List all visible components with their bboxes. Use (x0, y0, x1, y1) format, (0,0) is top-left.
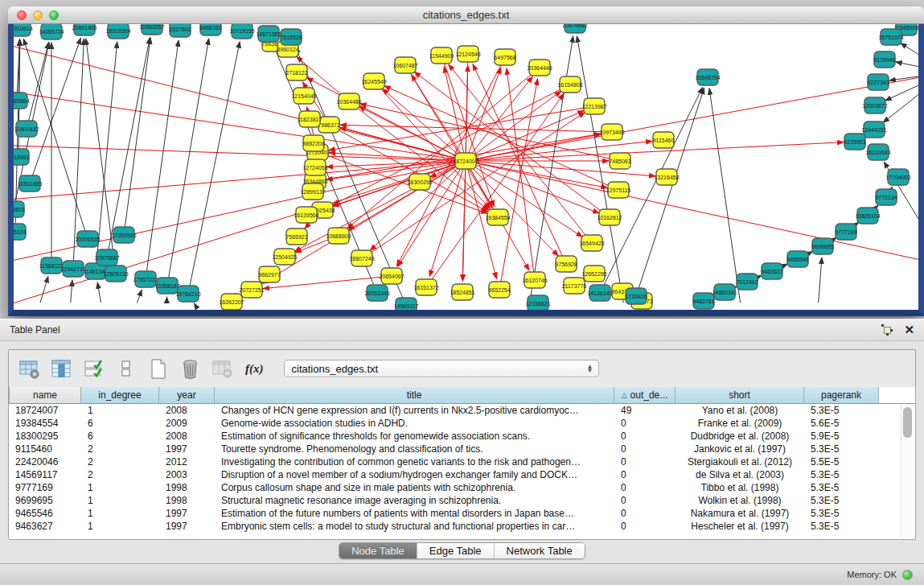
graph-node[interactable]: 19384554 (485, 209, 510, 225)
citation-edge-black[interactable] (169, 39, 209, 278)
table-row[interactable]: 911546021997Tourette syndrome. Phenomeno… (9, 443, 915, 455)
float-panel-icon[interactable] (881, 324, 893, 336)
graph-node[interactable]: 12505135 (103, 266, 128, 282)
graph-node[interactable]: 16262207 (219, 294, 244, 310)
graph-node[interactable]: 9652254 (488, 282, 510, 298)
create-table-icon[interactable] (147, 358, 169, 380)
graph-node[interactable]: 16549423 (579, 235, 604, 251)
graph-node[interactable]: 10364486 (336, 93, 361, 109)
graph-node[interactable]: 6497568 (494, 49, 515, 65)
graph-node[interactable]: 18524851 (450, 284, 474, 300)
network-canvas[interactable]: 1872400712124549649756820364448161548081… (14, 24, 918, 310)
graph-node[interactable]: 23916614 (14, 24, 33, 36)
citation-edge-black[interactable] (32, 38, 80, 175)
citation-edge-red[interactable] (383, 89, 460, 155)
citation-edge-red[interactable] (473, 64, 563, 257)
citation-edge-red[interactable] (14, 163, 458, 263)
graph-node[interactable]: 18807249 (349, 250, 374, 266)
graph-node[interactable]: 12899137 (300, 183, 325, 200)
graph-node[interactable]: 14055724 (39, 24, 64, 39)
graph-node[interactable]: 9318991 (14, 149, 30, 165)
graph-node[interactable]: 7565921 (285, 229, 307, 245)
citation-edge-black[interactable] (40, 276, 48, 303)
graph-node[interactable]: 7485083 (609, 153, 630, 169)
citation-edge-black[interactable] (190, 42, 240, 286)
graph-node[interactable]: 9463627 (761, 263, 782, 279)
citation-edge-red[interactable] (470, 76, 532, 154)
column-header-short[interactable]: short (676, 387, 804, 403)
citation-edge-black[interactable] (146, 40, 179, 271)
graph-node[interactable]: 9115460 (653, 132, 675, 148)
close-panel-icon[interactable]: ✕ (904, 324, 914, 336)
graph-node[interactable]: 8350810 (14, 201, 25, 217)
graph-node[interactable]: 16784210 (175, 286, 200, 302)
graph-node[interactable]: 9215953 (844, 134, 865, 150)
graph-node[interactable]: 2718122 (285, 64, 307, 80)
graph-node[interactable]: 9862977 (258, 266, 280, 282)
graph-node[interactable]: 18916504 (105, 24, 130, 39)
graph-node[interactable]: 16154808 (557, 76, 582, 93)
vertical-scrollbar[interactable] (901, 405, 913, 538)
select-rows-icon[interactable] (83, 358, 105, 380)
graph-node[interactable]: 9482781 (692, 293, 714, 309)
graph-node[interactable]: 14569117 (394, 298, 419, 310)
graph-node[interactable]: 10975887 (94, 249, 119, 266)
column-header-title[interactable]: title (215, 387, 614, 403)
citation-edge-black[interactable] (73, 39, 84, 261)
citation-edge-red[interactable] (263, 277, 384, 289)
graph-node[interactable]: 12124549 (455, 46, 480, 62)
graph-node[interactable]: 17359926 (111, 227, 136, 243)
table-row[interactable]: 977716911998Corpus callosum shape and si… (9, 481, 915, 494)
graph-node[interactable]: 12504925 (272, 249, 297, 265)
graph-node[interactable]: 1527602 (169, 24, 191, 37)
graph-node[interactable]: 20654067 (379, 268, 404, 284)
graph-node[interactable]: 12213987 (581, 98, 606, 114)
graph-node[interactable]: 10719155 (229, 24, 254, 39)
graph-node[interactable]: 20876682 (562, 24, 587, 33)
graph-node[interactable]: 10607487 (392, 57, 417, 73)
graph-node[interactable]: 9227343 (867, 74, 889, 90)
graph-node[interactable]: 13216458 (654, 169, 679, 185)
table-row[interactable]: 946362711997Embryonic stem cells: a mode… (9, 520, 915, 533)
graph-node[interactable]: 12093872 (862, 97, 887, 113)
citation-edge-red[interactable] (14, 162, 458, 200)
graph-node[interactable]: 12158621 (525, 295, 550, 310)
column-header-pagerank[interactable]: pagerank (804, 387, 879, 403)
citation-edge-red[interactable] (469, 68, 501, 154)
citation-edge-black[interactable] (819, 257, 822, 303)
show-columns-icon[interactable] (51, 358, 72, 380)
graph-node[interactable]: 20206535 (75, 231, 100, 247)
column-header-name[interactable]: name (9, 387, 81, 403)
graph-node[interactable]: 16245549 (361, 73, 386, 89)
graph-node[interactable]: 12724058 (302, 159, 327, 175)
graph-node[interactable]: 9777169 (835, 224, 856, 240)
row-height-icon[interactable] (115, 358, 137, 380)
graph-node[interactable]: 10826104 (855, 208, 880, 224)
graph-node[interactable]: 18724007 (453, 153, 478, 169)
citation-edge-black[interactable] (889, 73, 918, 80)
citation-edge-red[interactable] (329, 108, 586, 150)
graph-node[interactable]: 21173776 (562, 278, 587, 294)
table-row[interactable]: 2242004622012Investigating the contribut… (9, 455, 915, 468)
citation-edge-red[interactable] (507, 68, 534, 272)
graph-node[interactable]: 12975115 (606, 182, 631, 198)
graph-node[interactable]: 18300295 (407, 174, 432, 190)
column-header-out_degree[interactable]: △out_de... (614, 387, 676, 403)
minimize-window-button[interactable] (33, 10, 43, 20)
graph-node[interactable]: 9129946 (873, 51, 895, 68)
citation-edge-red[interactable] (473, 110, 584, 158)
graph-node[interactable]: 20691406 (72, 24, 97, 35)
citation-edge-red[interactable] (474, 163, 918, 263)
graph-node[interactable]: 16210643 (865, 144, 890, 160)
column-header-in_degree[interactable]: in_degree (81, 387, 159, 403)
table-row[interactable]: 1830029562008Estimation of significance … (9, 430, 915, 443)
graph-node[interactable]: 10511685 (18, 175, 43, 192)
function-builder-icon[interactable]: f(x) (245, 362, 264, 376)
citation-edge-black[interactable] (709, 89, 741, 303)
table-row[interactable]: 969969511998Structural magnetic resonanc… (9, 494, 915, 507)
graph-node[interactable]: 10162612 (597, 209, 622, 225)
graph-node[interactable]: 11823817 (298, 111, 322, 127)
citation-edge-black[interactable] (71, 280, 72, 303)
graph-node[interactable]: 20364448 (527, 60, 552, 76)
table-row[interactable]: 946554611997Estimation of the future num… (9, 507, 915, 520)
